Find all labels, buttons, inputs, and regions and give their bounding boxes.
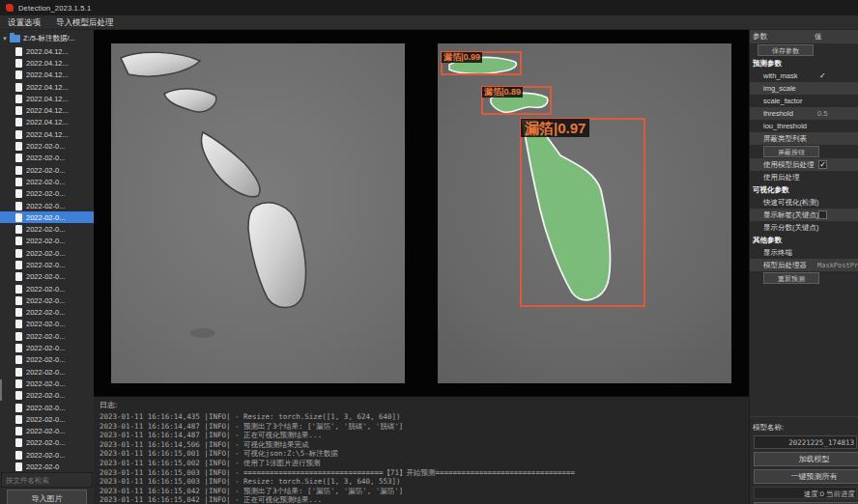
- param-button[interactable]: 屏蔽按钮: [763, 146, 819, 157]
- checkbox[interactable]: [818, 210, 827, 219]
- tree-item[interactable]: 2022-02-0...: [0, 223, 94, 235]
- file-icon: [15, 118, 22, 126]
- log-lines: 2023-01-11 16:16:14,435 |INFO| - Resize:…: [94, 412, 749, 504]
- tree-item[interactable]: 2022-02-0...: [0, 283, 94, 294]
- tree-root-label: Z:/5-标注数据/...: [23, 34, 75, 43]
- tree-item[interactable]: 2022-02-0...: [0, 402, 94, 413]
- model-name-field[interactable]: 20221225_174813: [754, 435, 857, 449]
- tree-item-label: 2022-02-0...: [26, 178, 65, 186]
- param-button[interactable]: 重新预测: [763, 272, 819, 284]
- file-icon: [15, 95, 22, 103]
- tree-item[interactable]: 2022.04.12...: [0, 128, 94, 140]
- tree-item[interactable]: 2022-02-0...: [0, 390, 94, 402]
- tree-item[interactable]: 2022.04.12...: [0, 117, 94, 128]
- load-model-button[interactable]: 加载模型: [754, 452, 858, 466]
- chevron-down-icon[interactable]: ▾: [0, 35, 10, 42]
- param-button[interactable]: 保存参数: [758, 44, 814, 56]
- param-row[interactable]: threshold0.5: [750, 107, 858, 120]
- tree-item[interactable]: 2022-02-0...: [0, 366, 94, 378]
- tree-item[interactable]: 2022-02-0...: [0, 271, 94, 283]
- predict-all-button[interactable]: 一键预测所有: [754, 469, 858, 484]
- tree-item[interactable]: 2022-02-0...: [0, 342, 94, 353]
- detection-label: 漏箔|0.99: [442, 52, 482, 63]
- params-panel: 参数 值 保存参数预测参数with_mask✓img_scalescale_fa…: [749, 30, 858, 504]
- param-row[interactable]: 模型后处理器MaskPostPro: [750, 259, 858, 271]
- tree-item-label: 2022-02-0...: [26, 189, 65, 198]
- tree-item[interactable]: 2022-02-0...: [0, 413, 94, 425]
- file-icon: [15, 344, 22, 352]
- param-row[interactable]: with_mask✓: [750, 70, 858, 82]
- tree-item[interactable]: 2022-02-0...: [0, 449, 94, 461]
- param-row[interactable]: 显示分数(关键点): [750, 221, 858, 234]
- menu-settings[interactable]: 设置选项: [0, 15, 48, 30]
- search-input[interactable]: [1, 472, 93, 488]
- param-row[interactable]: 快速可视化(检测): [750, 196, 858, 209]
- param-row[interactable]: 使用后处理: [750, 171, 858, 183]
- tree-item[interactable]: 2022-02-0...: [0, 330, 94, 342]
- param-row[interactable]: 显示标签(关键点): [750, 209, 858, 221]
- menu-import-postprocess[interactable]: 导入模型后处理: [48, 15, 122, 30]
- tree-item[interactable]: 2022-02-0...: [0, 153, 94, 164]
- tree-item[interactable]: 2022-02-0...: [0, 259, 94, 270]
- tree-item-label: 2022-02-0...: [26, 249, 65, 258]
- tree-item[interactable]: 2022-02-0...: [0, 164, 94, 176]
- param-row[interactable]: 使用模型后处理✓: [750, 158, 858, 171]
- param-section-header: 其他参数: [750, 234, 858, 246]
- tree-item[interactable]: 2022-02-0...: [0, 426, 94, 437]
- tree-item[interactable]: 2022.04.12...: [0, 70, 94, 81]
- file-icon: [15, 47, 22, 56]
- tree-item[interactable]: 2022-02-0...: [0, 437, 94, 449]
- import-image-button[interactable]: 导入图片: [7, 490, 87, 504]
- tree-item[interactable]: 2022-02-0...: [0, 200, 94, 211]
- tree-item[interactable]: 2022.04.12...: [0, 45, 94, 57]
- model-name-label: 模型名称:: [750, 417, 858, 435]
- param-label: 可视化参数: [750, 185, 789, 195]
- tree-item-label: 2022-02-0...: [26, 368, 65, 377]
- log-line: 2023-01-11 16:16:14,487 |INFO| - 正在可视化预测…: [94, 431, 749, 440]
- file-icon: [15, 83, 22, 92]
- tree-item[interactable]: 2022-02-0: [0, 461, 94, 472]
- param-label: 显示分数(关键点): [750, 223, 819, 233]
- tree-item[interactable]: 2022.04.12...: [0, 104, 94, 116]
- tree-item-label: 2022-02-0...: [26, 415, 65, 424]
- tree-root[interactable]: ▾ Z:/5-标注数据/...: [0, 32, 94, 44]
- tree-item[interactable]: 2022-02-0...: [0, 188, 94, 200]
- param-row[interactable]: img_scale: [750, 82, 858, 95]
- tree-item[interactable]: 2022-02-0...: [0, 319, 94, 330]
- tree-scrollbar[interactable]: [0, 379, 2, 401]
- tree-item[interactable]: 2022.04.12...: [0, 93, 94, 104]
- param-row[interactable]: 显示终端: [750, 246, 858, 259]
- tree-item[interactable]: 2022-02-0...: [0, 140, 94, 152]
- tree-item[interactable]: 2022.04.12...: [0, 57, 94, 69]
- prediction-image[interactable]: 漏箔|0.99漏箔|0.89漏箔|0.97: [438, 43, 731, 383]
- checkmark-icon: ✓: [819, 71, 826, 80]
- tree-item[interactable]: 2022.04.12...: [0, 81, 94, 93]
- tree-item[interactable]: 2022-02-0...: [0, 211, 94, 223]
- param-button-row: 重新预测: [750, 271, 858, 285]
- param-label: iou_threshold: [750, 122, 807, 130]
- param-row[interactable]: iou_threshold: [750, 120, 858, 132]
- tree-item[interactable]: 2022-02-0...: [0, 354, 94, 366]
- original-image[interactable]: [111, 43, 405, 383]
- log-panel[interactable]: 日志: 2023-01-11 16:16:14,435 |INFO| - Res…: [94, 396, 749, 504]
- checkbox[interactable]: ✓: [818, 160, 827, 169]
- tree-item[interactable]: 2022-02-0...: [0, 378, 94, 389]
- tree-item-label: 2022-02-0...: [26, 225, 65, 234]
- file-icon: [15, 213, 22, 222]
- progress-text: 速度:0 当前进度: [754, 487, 857, 499]
- file-icon: [15, 438, 22, 447]
- file-icon: [15, 368, 22, 377]
- param-row[interactable]: scale_factor: [750, 95, 858, 107]
- tree-item[interactable]: 2022-02-0...: [0, 294, 94, 306]
- file-icon: [15, 332, 22, 341]
- param-row[interactable]: 屏蔽类型列表: [750, 132, 858, 145]
- tree-item[interactable]: 2022-02-0...: [0, 307, 94, 319]
- tree-item[interactable]: 2022-02-0...: [0, 247, 94, 259]
- param-label: 模型后处理器: [750, 261, 807, 270]
- tree-item-label: 2022-02-0...: [26, 391, 65, 400]
- tree-item[interactable]: 2022-02-0...: [0, 236, 94, 247]
- file-icon: [15, 404, 22, 412]
- tree-item-label: 2022-02-0: [26, 462, 59, 471]
- file-icon: [15, 272, 22, 281]
- tree-item[interactable]: 2022-02-0...: [0, 176, 94, 187]
